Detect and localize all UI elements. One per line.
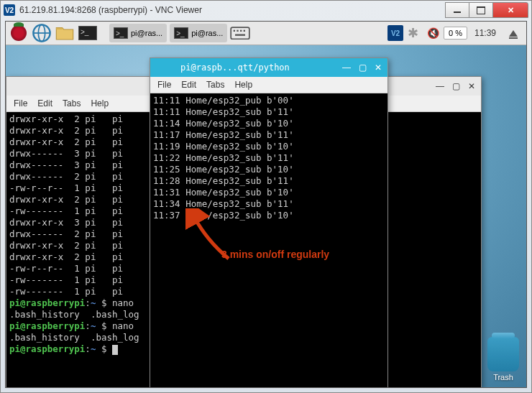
- keyboard-button[interactable]: [230, 24, 250, 42]
- eject-button[interactable]: [503, 24, 523, 42]
- folder-icon: [55, 24, 75, 41]
- taskbar-window-1[interactable]: >_ pi@ras...: [109, 24, 167, 42]
- menu-tabs[interactable]: Tabs: [206, 80, 224, 90]
- keyboard-icon: [230, 27, 250, 40]
- trash-desktop-icon[interactable]: Trash: [487, 337, 519, 382]
- browser-launcher[interactable]: [32, 24, 52, 42]
- file-manager-launcher[interactable]: [55, 24, 75, 42]
- terminal-icon: >_: [174, 27, 188, 39]
- menu-help[interactable]: Help: [91, 98, 109, 108]
- terminal-maximize-button[interactable]: ▢: [451, 81, 461, 91]
- svg-rect-6: [240, 29, 242, 31]
- svg-rect-4: [234, 29, 235, 31]
- terminal-output[interactable]: 11:11 Home/esp32_pub b'00' 11:11 Home/es…: [150, 93, 387, 387]
- task-label: pi@ras...: [131, 29, 162, 37]
- bluetooth-icon[interactable]: ✱: [408, 25, 418, 41]
- vnc-window: V2 61.219.81.194:8268 (raspberrypi) - VN…: [0, 0, 532, 393]
- terminal-close-button[interactable]: ✕: [467, 81, 477, 91]
- menu-edit[interactable]: Edit: [37, 98, 52, 108]
- globe-icon: [32, 23, 52, 43]
- terminal-close-button[interactable]: ✕: [373, 63, 383, 73]
- trash-label: Trash: [487, 373, 519, 382]
- terminal-launcher[interactable]: >_: [78, 24, 98, 42]
- vnc-viewport: >_ >_ pi@ras... >_ pi@ras... V2 ✱: [5, 21, 527, 388]
- vnc-server-icon[interactable]: V2: [387, 25, 403, 41]
- terminal-icon: >_: [114, 27, 128, 39]
- start-menu-button[interactable]: [9, 24, 29, 42]
- taskbar-clock[interactable]: 11:39: [472, 28, 499, 38]
- terminal-minimize-button[interactable]: —: [341, 63, 352, 73]
- remote-desktop[interactable]: >_ >_ pi@ras... >_ pi@ras... V2 ✱: [6, 22, 526, 387]
- task-label: pi@ras...: [191, 29, 223, 37]
- terminal-title: pi@raspb...qtt/python: [180, 63, 290, 73]
- taskbar-window-2[interactable]: >_ pi@ras...: [170, 24, 227, 42]
- menu-tabs[interactable]: Tabs: [63, 98, 81, 108]
- close-button[interactable]: [492, 2, 528, 18]
- menu-file[interactable]: File: [14, 98, 27, 108]
- volume-muted-icon[interactable]: 🔇: [427, 27, 439, 39]
- vnc-app-icon: V2: [4, 4, 15, 16]
- terminal-maximize-button[interactable]: ▢: [357, 63, 367, 73]
- menu-edit[interactable]: Edit: [181, 80, 196, 90]
- raspberry-icon: [11, 25, 27, 41]
- svg-rect-3: [231, 27, 250, 39]
- terminal-icon: >_: [78, 26, 97, 40]
- lxde-taskbar: >_ >_ pi@ras... >_ pi@ras... V2 ✱: [6, 22, 526, 45]
- cpu-usage[interactable]: 0 %: [444, 27, 467, 40]
- svg-rect-5: [237, 29, 239, 31]
- terminal-window-front[interactable]: pi@raspb...qtt/python — ▢ ✕ File Edit Ta…: [150, 57, 388, 387]
- menu-help[interactable]: Help: [234, 80, 252, 90]
- terminal-titlebar[interactable]: pi@raspb...qtt/python — ▢ ✕: [150, 58, 387, 77]
- terminal-minimize-button[interactable]: —: [435, 81, 445, 91]
- svg-rect-7: [244, 29, 245, 31]
- eject-icon: [509, 30, 518, 37]
- maximize-button[interactable]: [469, 2, 493, 18]
- svg-rect-8: [235, 34, 245, 35]
- minimize-button[interactable]: [445, 2, 469, 18]
- vnc-window-title: 61.219.81.194:8268 (raspberrypi) - VNC V…: [19, 5, 202, 15]
- trash-icon: [487, 337, 519, 371]
- menu-file[interactable]: File: [157, 80, 171, 90]
- terminal-menubar: File Edit Tabs Help: [150, 77, 387, 93]
- vnc-titlebar[interactable]: V2 61.219.81.194:8268 (raspberrypi) - VN…: [1, 1, 531, 19]
